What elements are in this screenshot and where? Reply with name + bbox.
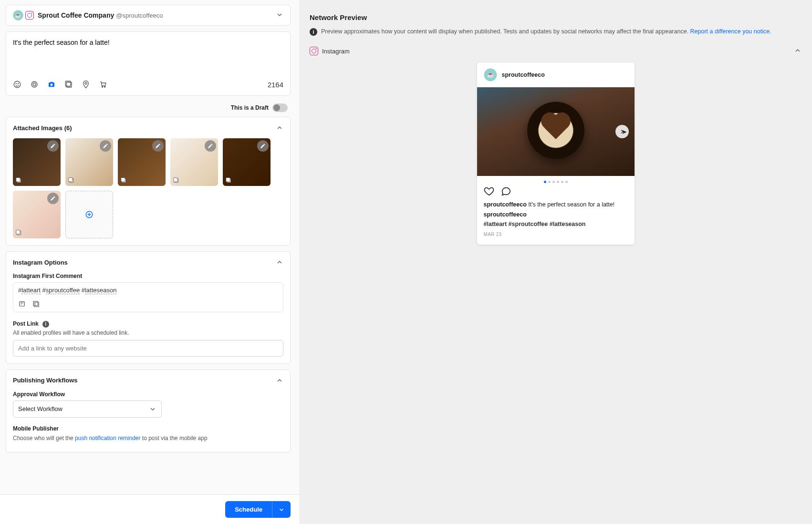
camera-icon[interactable] bbox=[47, 80, 56, 89]
svg-rect-16 bbox=[121, 178, 125, 182]
preview-description: i Preview approximates how your content … bbox=[310, 27, 802, 36]
instagram-preview-body: sproutcoffeeco It's the perfect season f… bbox=[477, 200, 635, 245]
svg-rect-14 bbox=[69, 178, 73, 182]
emoji-icon[interactable] bbox=[13, 80, 21, 89]
info-icon[interactable]: i bbox=[42, 321, 49, 328]
svg-point-0 bbox=[14, 81, 21, 88]
image-thumb[interactable] bbox=[13, 138, 61, 186]
first-comment-label: Instagram First Comment bbox=[13, 273, 283, 279]
image-thumb[interactable] bbox=[118, 138, 166, 186]
account-selector[interactable]: ☕ Sprout Coffee Company @sproutcoffeeco bbox=[6, 5, 290, 25]
account-handle: @sproutcoffeeco bbox=[116, 12, 163, 19]
first-comment-input[interactable]: #latteart #sproutcoffee #latteseason bbox=[13, 282, 283, 312]
compose-card: It's the perfect season for a latte! 216… bbox=[6, 31, 291, 96]
publishing-workflows-header[interactable]: Publishing Workflows bbox=[6, 370, 290, 391]
draft-label: This is a Draft bbox=[231, 104, 269, 111]
svg-point-5 bbox=[51, 83, 53, 86]
svg-rect-24 bbox=[20, 302, 25, 306]
stack-icon bbox=[120, 176, 127, 184]
post-text-input[interactable]: It's the perfect season for a latte! bbox=[13, 39, 283, 74]
plus-icon bbox=[85, 210, 94, 219]
svg-point-8 bbox=[85, 82, 87, 84]
comment-library-icon[interactable] bbox=[32, 300, 40, 308]
draft-row: This is a Draft bbox=[6, 102, 291, 117]
stack-icon bbox=[172, 176, 180, 184]
report-difference-link[interactable]: Report a difference you notice. bbox=[690, 28, 771, 35]
schedule-dropdown-button[interactable] bbox=[272, 501, 291, 518]
preview-title: Network Preview bbox=[310, 13, 802, 21]
stack-icon bbox=[225, 176, 232, 184]
schedule-button[interactable]: Schedule bbox=[225, 501, 272, 518]
target-icon[interactable] bbox=[30, 80, 39, 89]
stack-icon bbox=[15, 229, 22, 236]
attached-images-header[interactable]: Attached Images (6) bbox=[6, 117, 290, 138]
publishing-workflows-card: Publishing Workflows Approval Workflow S… bbox=[6, 370, 291, 452]
network-name: Instagram bbox=[322, 48, 350, 55]
post-link-help: All enabled profiles will have a schedul… bbox=[13, 329, 283, 336]
account-avatar: ☕ bbox=[13, 10, 23, 21]
edit-icon[interactable] bbox=[47, 193, 59, 204]
attached-images-card: Attached Images (6) bbox=[6, 117, 291, 246]
carousel-dot[interactable] bbox=[557, 181, 559, 183]
carousel-next-button[interactable]: ➤ bbox=[615, 125, 629, 138]
carousel-dot[interactable] bbox=[552, 181, 555, 183]
approval-workflow-select[interactable]: Select Workflow bbox=[13, 401, 162, 418]
asset-library-icon[interactable] bbox=[64, 80, 73, 89]
edit-icon[interactable] bbox=[257, 140, 269, 152]
instagram-caption: sproutcoffeeco It's the perfect season f… bbox=[484, 200, 628, 209]
svg-point-2 bbox=[18, 83, 19, 84]
edit-icon[interactable] bbox=[47, 140, 59, 152]
attached-images-title: Attached Images (6) bbox=[13, 124, 72, 132]
image-thumb[interactable] bbox=[13, 191, 61, 238]
image-thumb[interactable] bbox=[65, 138, 113, 186]
post-link-label: Post Link bbox=[13, 320, 39, 327]
account-name: Sprout Coffee Company bbox=[38, 11, 114, 19]
svg-rect-20 bbox=[226, 178, 230, 182]
account-selector-card: ☕ Sprout Coffee Company @sproutcoffeeco bbox=[6, 5, 291, 26]
instagram-post-date: MAR 23 bbox=[484, 231, 628, 238]
svg-rect-6 bbox=[67, 82, 72, 88]
instagram-options-body: Instagram First Comment #latteart #sprou… bbox=[6, 273, 290, 363]
post-link-input[interactable] bbox=[13, 340, 283, 357]
app-root: ☕ Sprout Coffee Company @sproutcoffeeco … bbox=[0, 0, 812, 524]
schedule-button-group: Schedule bbox=[225, 501, 291, 518]
carousel-dot[interactable] bbox=[544, 181, 546, 183]
carousel-dots bbox=[477, 176, 635, 183]
chevron-down-icon bbox=[276, 11, 283, 20]
footer-bar: Schedule bbox=[0, 494, 299, 524]
svg-point-4 bbox=[33, 83, 36, 86]
edit-icon[interactable] bbox=[205, 140, 216, 152]
svg-rect-22 bbox=[16, 230, 20, 234]
instagram-icon bbox=[310, 47, 318, 55]
compose-pane: ☕ Sprout Coffee Company @sproutcoffeeco … bbox=[0, 0, 299, 524]
chevron-up-icon bbox=[794, 47, 802, 56]
draft-toggle[interactable] bbox=[272, 103, 288, 112]
preview-pane: Network Preview i Preview approximates h… bbox=[299, 0, 812, 524]
carousel-dot[interactable] bbox=[548, 181, 551, 183]
add-image-button[interactable] bbox=[65, 191, 113, 238]
comment-icon[interactable] bbox=[501, 186, 511, 196]
avatar: ☕ bbox=[484, 68, 497, 82]
comment-asset-icon[interactable] bbox=[18, 300, 26, 308]
image-thumb[interactable] bbox=[223, 138, 271, 186]
instagram-options-card: Instagram Options Instagram First Commen… bbox=[6, 251, 291, 364]
chevron-down-icon bbox=[149, 405, 156, 413]
edit-icon[interactable] bbox=[152, 140, 164, 152]
instagram-preview-header: ☕ sproutcoffeeco bbox=[477, 62, 635, 87]
svg-point-9 bbox=[102, 86, 103, 87]
image-thumb[interactable] bbox=[170, 138, 218, 186]
select-value: Select Workflow bbox=[18, 405, 62, 412]
instagram-options-header[interactable]: Instagram Options bbox=[6, 252, 290, 273]
chevron-up-icon bbox=[276, 124, 283, 132]
location-icon[interactable] bbox=[82, 80, 90, 89]
carousel-dot[interactable] bbox=[565, 181, 568, 183]
instagram-actions bbox=[477, 183, 635, 200]
push-notification-link[interactable]: push notification reminder bbox=[75, 435, 140, 442]
carousel-dot[interactable] bbox=[561, 181, 563, 183]
network-section-header[interactable]: Instagram bbox=[310, 47, 802, 56]
cart-icon[interactable] bbox=[99, 80, 107, 89]
instagram-comment-user: sproutcoffeeco bbox=[484, 210, 628, 219]
heart-icon[interactable] bbox=[484, 186, 494, 196]
chevron-down-icon bbox=[278, 506, 285, 513]
edit-icon[interactable] bbox=[100, 140, 111, 152]
